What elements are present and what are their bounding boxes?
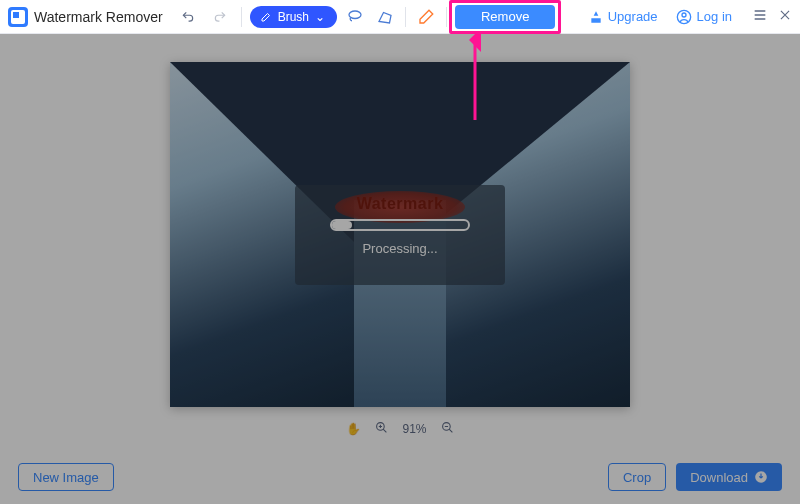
svg-point-2	[349, 11, 361, 19]
new-image-button[interactable]: New Image	[18, 463, 114, 491]
undo-button[interactable]	[175, 4, 201, 30]
download-icon	[754, 470, 768, 484]
canvas-area: Watermark Processing... ✋ 91%	[0, 34, 800, 450]
app-title: Watermark Remover	[34, 9, 163, 25]
watermark-sample-text: Watermark	[357, 195, 444, 213]
bottom-bar: New Image Crop Download	[0, 450, 800, 504]
svg-rect-1	[13, 12, 19, 18]
eraser-tool-button[interactable]	[414, 5, 438, 29]
svg-point-4	[682, 13, 686, 17]
lasso-tool-button[interactable]	[343, 5, 367, 29]
divider	[405, 7, 406, 27]
divider	[241, 7, 242, 27]
new-image-label: New Image	[33, 470, 99, 485]
top-toolbar: Watermark Remover Brush ⌄ Remove Upgrade…	[0, 0, 800, 34]
image-stage[interactable]: Watermark Processing...	[170, 62, 630, 407]
processing-label: Processing...	[362, 241, 437, 256]
processing-overlay: Watermark Processing...	[295, 185, 505, 285]
crop-button[interactable]: Crop	[608, 463, 666, 491]
login-button[interactable]: Log in	[676, 9, 732, 25]
hand-tool-icon[interactable]: ✋	[346, 422, 361, 436]
zoom-level: 91%	[402, 422, 426, 436]
redo-button[interactable]	[207, 4, 233, 30]
close-icon[interactable]	[778, 8, 792, 25]
progress-fill	[332, 221, 352, 229]
chevron-down-icon: ⌄	[315, 10, 325, 24]
brush-label: Brush	[278, 10, 309, 24]
download-button[interactable]: Download	[676, 463, 782, 491]
polygon-tool-button[interactable]	[373, 5, 397, 29]
menu-icon[interactable]	[752, 7, 768, 26]
login-label: Log in	[697, 9, 732, 24]
zoom-out-icon[interactable]	[441, 421, 454, 437]
progress-bar	[330, 219, 470, 231]
divider	[446, 7, 447, 27]
zoom-in-icon[interactable]	[375, 421, 388, 437]
brush-tool-button[interactable]: Brush ⌄	[250, 6, 337, 28]
download-label: Download	[690, 470, 748, 485]
app-logo-icon	[8, 7, 28, 27]
zoom-controls: ✋ 91%	[346, 421, 453, 437]
upgrade-button[interactable]: Upgrade	[589, 9, 658, 24]
upgrade-label: Upgrade	[608, 9, 658, 24]
remove-button[interactable]: Remove	[455, 5, 555, 29]
crop-label: Crop	[623, 470, 651, 485]
remove-label: Remove	[481, 9, 529, 24]
